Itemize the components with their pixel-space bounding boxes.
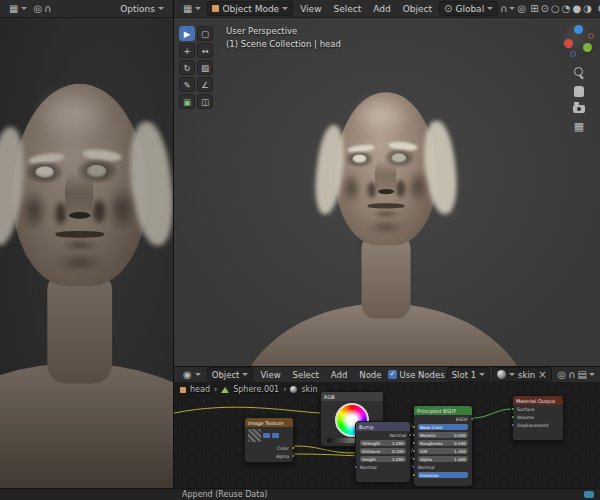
breadcrumb-separator: › (283, 385, 286, 394)
mode-dropdown[interactable]: Object Mode (207, 1, 293, 16)
rotate-tool-button[interactable]: ↻ (179, 60, 195, 75)
sidebar-panel-icon[interactable]: ▤ (578, 370, 587, 380)
chevron-down-icon (21, 7, 27, 10)
emission-color-field[interactable]: Emission (418, 472, 468, 478)
transform-tool-button[interactable]: ◫ (197, 94, 213, 109)
axis-neg-z-dot[interactable] (570, 51, 576, 57)
unlink-material-icon[interactable]: × (538, 370, 546, 380)
snap-magnet-icon[interactable]: ∩ (44, 4, 51, 14)
socket-label: BSDF (456, 417, 468, 422)
metallic-input-socket[interactable] (412, 433, 416, 437)
pin-icon[interactable]: ◎ (557, 370, 566, 380)
emission-input-socket[interactable] (412, 473, 416, 477)
camera-view-icon[interactable] (573, 105, 585, 113)
image-new-button[interactable] (272, 433, 279, 438)
proportional-edit-icon[interactable]: ◎ (517, 4, 526, 14)
viewport-nav-controls: ▦ (561, 24, 597, 132)
roughness-slider[interactable]: Roughness 0.500 (418, 440, 468, 446)
material-output-node[interactable]: Material Output Surface Volume Displacem… (512, 395, 564, 441)
ior-input-socket[interactable] (412, 449, 416, 453)
image-open-button[interactable] (263, 433, 270, 438)
shader-menu-select[interactable]: Select (288, 367, 324, 382)
gizmos-toggle-icon[interactable]: ⊙ (541, 4, 549, 14)
alpha-slider[interactable]: Alpha 1.000 (418, 456, 468, 462)
axis-neg-x-dot[interactable] (588, 33, 594, 39)
shading-wireframe-icon[interactable]: ○ (551, 4, 560, 14)
shader-menu-node[interactable]: Node (354, 367, 386, 382)
transform-orientation-dropdown[interactable]: ⊙ Global (439, 1, 498, 16)
add-cube-tool-button[interactable]: ▣ (179, 94, 195, 109)
image-texture-node[interactable]: Image Texture Color Alpha (244, 417, 294, 463)
shading-rendered-icon[interactable]: ◑ (583, 4, 592, 14)
node-canvas[interactable]: head › Sphere.001 › skin Image Texture (174, 383, 600, 488)
principled-bsdf-node[interactable]: Principled BSDF BSDF Base Color Metallic… (413, 405, 473, 487)
breadcrumb-material[interactable]: skin (301, 385, 317, 394)
menu-select[interactable]: Select (329, 1, 367, 16)
editor-type-button[interactable]: ▦ (179, 1, 205, 16)
viewport-editor-icon: ▦ (9, 4, 18, 14)
displacement-input-socket[interactable] (511, 423, 515, 427)
tweak-tool-button[interactable]: ▶ (179, 26, 195, 41)
left-3d-viewport: ▦ ◎ ∩ Options (0, 0, 174, 488)
overlays-toggle-icon[interactable]: ⊞ (530, 4, 538, 14)
proportional-edit-icon[interactable]: ◎ (33, 4, 42, 14)
axis-z-dot[interactable] (574, 25, 583, 34)
cursor-tool-button[interactable]: + (179, 43, 195, 58)
material-slot-dropdown[interactable]: Slot 1 (447, 367, 490, 382)
strength-slider[interactable]: Strength 1.000 (360, 440, 406, 446)
snap-magnet-icon[interactable]: ∩ (568, 370, 575, 380)
menu-add[interactable]: Add (368, 1, 395, 16)
shading-solid-icon[interactable]: ◔ (562, 4, 571, 14)
shader-editor-type-button[interactable]: ◉ (179, 367, 205, 382)
base-color-input-socket[interactable] (412, 425, 416, 429)
left-viewport-canvas[interactable] (0, 18, 173, 488)
image-thumbnail[interactable] (248, 429, 261, 442)
menu-view[interactable]: View (295, 1, 326, 16)
viewport-options-dropdown[interactable]: Options (594, 1, 600, 16)
roughness-input-socket[interactable] (412, 441, 416, 445)
shader-type-dropdown[interactable]: Object (207, 367, 254, 382)
bump-node[interactable]: Bump Normal Strength 1.000 Distance 0.10… (355, 421, 411, 483)
axis-x-dot[interactable] (564, 39, 573, 48)
base-color-field[interactable]: Base Color (418, 424, 468, 430)
use-nodes-checkbox[interactable] (388, 370, 397, 379)
axis-y-dot[interactable] (583, 43, 592, 52)
scale-tool-button[interactable]: ▧ (197, 60, 213, 75)
viewport-canvas[interactable]: User Perspective (1) Scene Collection | … (174, 18, 600, 366)
shader-menu-view[interactable]: View (255, 367, 285, 382)
snap-magnet-icon[interactable]: ∩ (500, 4, 507, 14)
volume-input-socket[interactable] (511, 415, 515, 419)
select-box-tool-button[interactable]: ▢ (197, 26, 213, 41)
ior-slider[interactable]: IOR 1.450 (418, 448, 468, 454)
metallic-slider[interactable]: Metallic 0.000 (418, 432, 468, 438)
breadcrumb-mesh[interactable]: Sphere.001 (233, 385, 279, 394)
annotate-tool-button[interactable]: ✎ (179, 77, 195, 92)
alpha-output-socket[interactable] (291, 454, 295, 458)
normal-input-socket[interactable] (412, 465, 416, 469)
alpha-input-socket[interactable] (412, 457, 416, 461)
socket-label: Normal (389, 433, 406, 438)
bsdf-output-socket[interactable] (470, 417, 474, 421)
shading-material-icon[interactable]: ● (572, 4, 581, 14)
normal-input-socket[interactable] (354, 465, 358, 469)
menu-object[interactable]: Object (398, 1, 437, 16)
orientation-gizmo[interactable] (562, 24, 596, 58)
shader-menu-add[interactable]: Add (326, 367, 352, 382)
move-tool-button[interactable]: ↔ (197, 43, 213, 58)
left-options-dropdown[interactable]: Options (116, 1, 168, 16)
pan-hand-icon[interactable] (574, 86, 584, 97)
material-selector[interactable]: skin × (492, 367, 552, 382)
grid-ortho-icon[interactable]: ▦ (561, 121, 597, 132)
socket-label: Surface (517, 407, 535, 412)
zoom-icon[interactable] (573, 66, 585, 78)
color-output-socket[interactable] (291, 446, 295, 450)
surface-input-socket[interactable] (511, 407, 515, 411)
height-slider[interactable]: Height 1.000 (360, 456, 406, 462)
chevron-down-icon (509, 373, 515, 376)
distance-slider[interactable]: Distance 0.100 (360, 448, 406, 454)
breadcrumb-object[interactable]: head (190, 385, 210, 394)
chevron-down-icon (487, 7, 493, 10)
orientation-globe-icon: ⊙ (444, 4, 452, 14)
left-editor-type-button[interactable]: ▦ (5, 1, 31, 16)
measure-tool-button[interactable]: ∠ (197, 77, 213, 92)
